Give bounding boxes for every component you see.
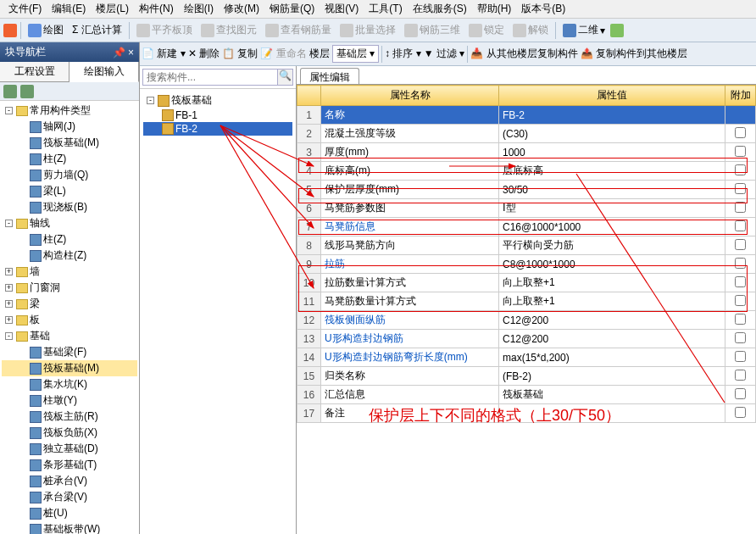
prop-name[interactable]: 名称 [321, 106, 499, 125]
tree-node[interactable]: + 梁 [2, 296, 137, 312]
expand-icon[interactable]: + [5, 300, 13, 308]
sel-floor[interactable]: 基础层 ▾ [332, 45, 379, 63]
prop-value[interactable]: 筏板基础 [499, 386, 725, 404]
grid-row[interactable]: 17备注 [297, 404, 756, 423]
tree-node[interactable]: 独立基础(D) [2, 441, 137, 457]
prop-value[interactable]: 平行横向受力筋 [499, 236, 725, 255]
grid-row[interactable]: 3厚度(mm)1000 [297, 143, 756, 162]
menu-item[interactable]: 修改(M) [219, 0, 264, 18]
prop-name[interactable]: 厚度(mm) [321, 143, 499, 162]
instance-node[interactable]: FB-2 [143, 122, 292, 136]
icon-generic[interactable] [610, 24, 624, 37]
prop-name[interactable]: 归类名称 [321, 367, 499, 386]
tree-node[interactable]: - 常用构件类型 [2, 103, 137, 119]
tree-node[interactable]: 承台梁(V) [2, 489, 137, 505]
prop-extra[interactable] [725, 143, 756, 162]
btn-sort[interactable]: ↕ 排序 ▾ [385, 47, 421, 61]
tree-node[interactable]: 轴网(J) [2, 119, 137, 135]
expand-icon[interactable]: + [5, 316, 13, 324]
grid-row[interactable]: 15归类名称 (FB-2) [297, 367, 756, 386]
prop-value[interactable]: FB-2 [499, 106, 725, 125]
btn-sum[interactable]: Σ 汇总计算 [69, 21, 125, 39]
expand-icon[interactable]: - [147, 97, 154, 104]
search-input[interactable] [142, 69, 278, 86]
menu-item[interactable]: 版本号(B) [516, 0, 570, 18]
prop-value[interactable]: 层底标高 [499, 162, 725, 181]
prop-name[interactable]: 汇总信息 [321, 386, 499, 404]
btn-rebar[interactable]: 查看钢筋量 [262, 21, 335, 39]
component-tree[interactable]: - 常用构件类型 轴网(J) 筏板基础(M) 柱(Z) 剪力墙(Q) 梁(L) … [0, 101, 139, 534]
prop-name[interactable]: 备注 [321, 404, 499, 423]
btn-batch[interactable]: 批量选择 [336, 21, 399, 39]
prop-value[interactable]: max(15*d,200) [499, 348, 725, 367]
btn-lock[interactable]: 锁定 [465, 21, 508, 39]
tree-node[interactable]: 筏板负筋(X) [2, 425, 137, 441]
tree-node[interactable]: 桩承台(V) [2, 473, 137, 489]
grid-row[interactable]: 4底标高(m)层底标高 [297, 162, 756, 181]
prop-value[interactable]: (C30) [499, 125, 725, 143]
prop-value[interactable]: Ⅰ型 [499, 199, 725, 218]
tree-node[interactable]: 现浇板(B) [2, 199, 137, 215]
prop-value[interactable]: 向上取整+1 [499, 292, 725, 311]
prop-extra[interactable] [725, 330, 756, 348]
grid-row[interactable]: 1名称FB-2 [297, 106, 756, 125]
search-button[interactable]: 🔍 [278, 69, 293, 86]
grid-row[interactable]: 12筏板侧面纵筋C12@200 [297, 311, 756, 330]
btn-new[interactable]: 📄 新建 ▾ [142, 47, 186, 61]
prop-name[interactable]: U形构造封边钢筋 [321, 330, 499, 348]
menu-item[interactable]: 工具(T) [364, 0, 407, 18]
grid-row[interactable]: 5保护层厚度(mm)30/50 [297, 181, 756, 199]
tree-node[interactable]: 构造柱(Z) [2, 248, 137, 264]
prop-extra[interactable] [725, 106, 756, 125]
grid-row[interactable]: 8线形马凳筋方向平行横向受力筋 [297, 236, 756, 255]
grid-row[interactable]: 10拉筋数量计算方式向上取整+1 [297, 274, 756, 292]
prop-extra[interactable] [725, 162, 756, 181]
prop-name[interactable]: 拉筋数量计算方式 [321, 274, 499, 292]
prop-value[interactable]: 向上取整+1 [499, 274, 725, 292]
tab-project[interactable]: 工程设置 [0, 62, 69, 81]
prop-name[interactable]: 混凝土强度等级 [321, 125, 499, 143]
mini-icon[interactable] [3, 85, 17, 98]
prop-extra[interactable] [725, 218, 756, 236]
prop-extra[interactable] [725, 367, 756, 386]
expand-icon[interactable]: - [5, 220, 13, 227]
btn-copy[interactable]: 📋 复制 [222, 47, 258, 61]
btn-del[interactable]: ✕ 删除 [188, 47, 220, 61]
tree-node[interactable]: 条形基础(T) [2, 457, 137, 473]
menu-item[interactable]: 构件(N) [134, 0, 179, 18]
tree-node[interactable]: 筏板主筋(R) [2, 409, 137, 425]
prop-value[interactable]: C12@200 [499, 311, 725, 330]
prop-value[interactable]: 1000 [499, 143, 725, 162]
prop-extra[interactable] [725, 292, 756, 311]
tree-node[interactable]: 基础梁(F) [2, 344, 137, 360]
instance-node[interactable]: FB-1 [143, 108, 292, 122]
tree-node[interactable]: 柱(Z) [2, 231, 137, 248]
menu-item[interactable]: 帮助(H) [472, 0, 517, 18]
btn-filter[interactable]: ▼ 过滤 ▾ [424, 47, 465, 61]
tree-node[interactable]: 柱墩(Y) [2, 392, 137, 409]
prop-extra[interactable] [725, 181, 756, 199]
menu-item[interactable]: 楼层(L) [91, 0, 134, 18]
grid-row[interactable]: 13U形构造封边钢筋C12@200 [297, 330, 756, 348]
tree-node[interactable]: + 板 [2, 312, 137, 328]
prop-value[interactable]: (FB-2) [499, 367, 725, 386]
prop-extra[interactable] [725, 404, 756, 423]
grid-row[interactable]: 16汇总信息筏板基础 [297, 386, 756, 404]
menu-item[interactable]: 编辑(E) [47, 0, 91, 18]
btn-find[interactable]: 查找图元 [197, 21, 260, 39]
mini-icon[interactable] [20, 85, 34, 98]
btn-unlock[interactable]: 解锁 [509, 21, 552, 39]
expand-icon[interactable]: + [5, 268, 13, 275]
icon-generic[interactable] [3, 24, 17, 37]
grid-row[interactable]: 11马凳筋数量计算方式向上取整+1 [297, 292, 756, 311]
btn-rename[interactable]: 📝 重命名 [260, 47, 306, 61]
prop-extra[interactable] [725, 255, 756, 274]
tree-node[interactable]: 筏板基础(M) [2, 135, 137, 151]
tree-node[interactable]: 集水坑(K) [2, 376, 137, 392]
btn-2d[interactable]: 二维 ▾ [559, 21, 609, 39]
grid-row[interactable]: 9拉筋C8@1000*1000 [297, 255, 756, 274]
tree-node[interactable]: 剪力墙(Q) [2, 167, 137, 183]
prop-value[interactable] [499, 404, 725, 423]
grid-row[interactable]: 2混凝土强度等级(C30) [297, 125, 756, 143]
btn-3d[interactable]: 钢筋三维 [401, 21, 464, 39]
